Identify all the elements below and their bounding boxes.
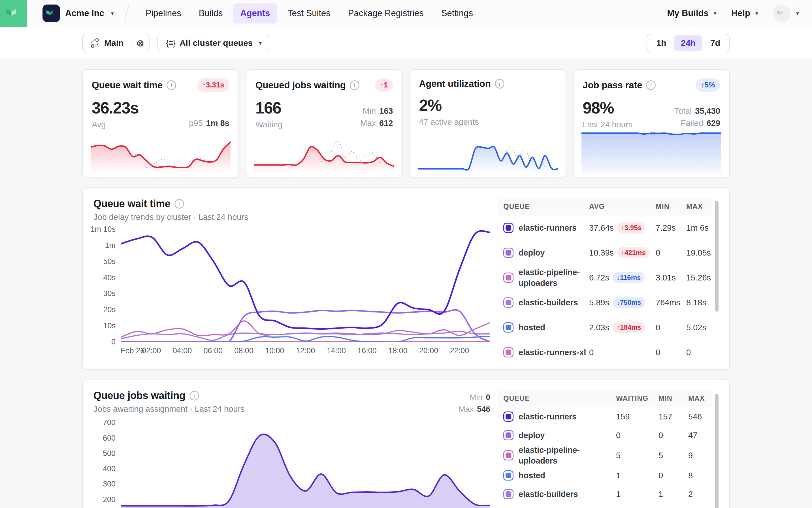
- avg-value: 6.72s: [589, 273, 609, 283]
- min-value: 0: [658, 471, 688, 480]
- table-row[interactable]: elastic-pipeline-uploaders 5 5 9: [498, 444, 712, 466]
- card-title: Queue wait time: [92, 80, 163, 91]
- card-value: 98%: [583, 98, 632, 117]
- column-header-waiting: WAITING: [616, 394, 658, 403]
- table-scrollbar[interactable]: [715, 394, 719, 508]
- nav-tab[interactable]: Package Registries: [341, 3, 431, 24]
- table-row[interactable]: deploy 0 0 47: [498, 426, 712, 444]
- metric-cards: Queue wait time i ↑3.31s 36.23s Avg p951…: [82, 69, 730, 178]
- time-range-option[interactable]: 24h: [674, 35, 702, 51]
- help-label: Help: [731, 8, 750, 18]
- y-tick-label: 30s: [103, 289, 116, 298]
- trend-badge: ↑3.31s: [197, 78, 229, 92]
- y-tick-label: 700: [103, 418, 116, 427]
- queues-dropdown[interactable]: {≡} All cluster queues ▾: [157, 34, 270, 52]
- trend-badge: ↑5%: [696, 78, 720, 92]
- table-row[interactable]: elastic-runners 159 157 546: [498, 407, 712, 426]
- info-icon[interactable]: i: [166, 80, 176, 90]
- avg-value: 5.89s: [589, 298, 609, 307]
- y-tick-label: 50s: [103, 257, 116, 266]
- sparkline-queue-wait: [91, 131, 231, 173]
- org-avatar: [42, 4, 60, 22]
- table-row[interactable]: windows 0 0 0: [498, 504, 712, 508]
- my-builds-menu[interactable]: My Builds ▾: [667, 8, 716, 18]
- nav-divider: [124, 4, 129, 23]
- max-value: 8.18s: [686, 298, 712, 307]
- nav-tab[interactable]: Test Suites: [280, 3, 338, 24]
- avg-value: 2.03s: [589, 323, 609, 332]
- queue-jobs-chart[interactable]: [121, 421, 490, 508]
- table-row[interactable]: elastic-runners-xl 0 0 0: [498, 340, 712, 365]
- y-tick-label: 1m: [105, 241, 116, 250]
- delta-badge: ↑3.95s: [617, 222, 646, 234]
- min-value: 5: [658, 451, 688, 460]
- column-header-max: MAX: [686, 202, 712, 211]
- user-menu[interactable]: ▾: [773, 4, 799, 22]
- stat-value: 1m 8s: [206, 119, 229, 128]
- table-row[interactable]: hosted 1 0 8: [498, 466, 712, 485]
- nav-tab[interactable]: Pipelines: [138, 3, 189, 24]
- y-tick-label: 400: [103, 464, 116, 473]
- table-row[interactable]: deploy 10.39s ↑421ms 0 19.05s: [498, 240, 712, 265]
- time-range-option[interactable]: 1h: [649, 35, 673, 51]
- card-stats: p951m 8s: [189, 117, 229, 129]
- min-value: 157: [658, 412, 688, 421]
- buildkite-mark-icon: [6, 8, 21, 18]
- queue-name: elastic-runners: [518, 411, 577, 422]
- nav-tab[interactable]: Builds: [191, 3, 230, 24]
- buildkite-logo[interactable]: [0, 0, 27, 27]
- x-tick-label: 08:00: [234, 346, 254, 355]
- table-row[interactable]: elastic-pipeline-uploaders 6.72s ↓116ms …: [498, 265, 712, 290]
- nav-tab[interactable]: Settings: [434, 3, 480, 24]
- table-scrollbar[interactable]: [715, 201, 719, 311]
- avatar-logo-icon: [777, 10, 786, 16]
- cluster-filter-chip: Main ⊗: [82, 34, 150, 52]
- delta-badge: ↑421ms: [617, 247, 650, 258]
- queue-wait-table: QUEUE AVG MIN MAX elastic-runners 37.6: [498, 198, 719, 365]
- metric-card-agent-utilization: Agent utilization i 2% 47 active agents: [410, 69, 567, 178]
- avg-value: 37.64s: [589, 223, 614, 232]
- table-row[interactable]: elastic-builders 1 1 2: [498, 485, 712, 504]
- x-tick-label: 14:00: [326, 346, 346, 355]
- nav-tab[interactable]: Agents: [233, 3, 277, 24]
- cluster-filter[interactable]: Main: [83, 34, 131, 52]
- max-value: 1m 6s: [686, 223, 712, 232]
- chevron-down-icon: ▾: [714, 10, 717, 17]
- section-title: Queue wait time: [93, 198, 170, 210]
- queue-wait-chart[interactable]: [121, 229, 490, 342]
- y-tick-label: 20s: [103, 305, 116, 314]
- info-icon[interactable]: i: [175, 199, 184, 209]
- info-icon[interactable]: i: [646, 80, 656, 90]
- metric-card-queued-jobs: Queued jobs waiting i ↑1 166 Waiting Min…: [246, 69, 403, 178]
- sparkline-job-pass-rate: [581, 131, 721, 173]
- org-switcher[interactable]: Acme Inc ▾: [42, 4, 114, 22]
- min-value: 7.29s: [656, 223, 686, 232]
- info-icon[interactable]: i: [190, 391, 199, 400]
- card-stats: Min163 Max612: [360, 105, 393, 129]
- stat-label: Max: [360, 119, 376, 128]
- max-value: 546: [477, 405, 490, 414]
- max-value: 9: [688, 451, 712, 460]
- clear-cluster-filter-button[interactable]: ⊗: [131, 34, 149, 52]
- info-icon[interactable]: i: [350, 80, 359, 90]
- table-row[interactable]: elastic-runners 37.64s ↑3.95s 7.29s 1m 6…: [498, 215, 712, 240]
- stat-label: Total: [674, 107, 692, 116]
- queue-color-swatch: [503, 272, 513, 283]
- x-tick-label: Feb 26: [121, 346, 145, 355]
- x-tick-label: 02:00: [142, 346, 161, 355]
- table-row[interactable]: elastic-builders 5.89s ↓750ms 764ms 8.18…: [498, 290, 712, 315]
- table-rows: elastic-runners 159 157 546 deploy 0 0: [498, 407, 712, 508]
- help-menu[interactable]: Help ▾: [731, 8, 758, 18]
- time-range-option[interactable]: 7d: [703, 35, 727, 51]
- waiting-value: 1: [616, 471, 658, 480]
- queue-name: hosted: [518, 322, 545, 333]
- info-icon[interactable]: i: [495, 79, 504, 89]
- y-tick-label: 10s: [103, 322, 116, 330]
- table-row[interactable]: hosted 2.03s ↑184ms 0 5.02s: [498, 315, 712, 340]
- queue-name: elastic-runners-xl: [518, 347, 586, 358]
- max-value: 19.05s: [686, 248, 712, 258]
- column-header-min: MIN: [656, 202, 686, 211]
- max-value: 15.26s: [686, 273, 712, 283]
- trend-badge: ↑1: [375, 78, 393, 92]
- column-header-queue: QUEUE: [498, 202, 589, 211]
